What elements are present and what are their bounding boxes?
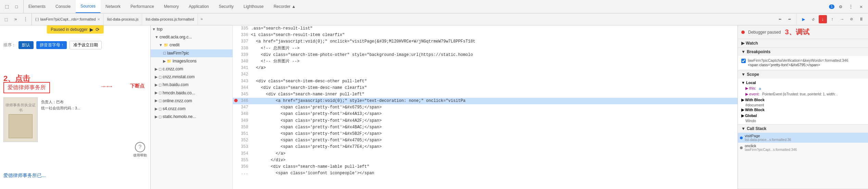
breakpoint-checkbox-1[interactable] <box>741 59 746 63</box>
sort-date-btn[interactable]: 准予设立日期 <box>70 41 102 49</box>
filesystem-icon[interactable]: » <box>12 15 20 23</box>
code-line-336[interactable]: 336<i class="search-result-item clearfix… <box>233 32 738 38</box>
code-line-344[interactable]: 344 <div class="search-item-desc-name cl… <box>233 85 738 91</box>
more-icon[interactable]: ⋮ <box>21 15 29 23</box>
file-tab-current[interactable]: { } lawFirm?picCapt...rds=:formatted ✕ <box>32 13 104 25</box>
tab-console[interactable]: Console <box>51 0 76 13</box>
tree-item-images[interactable]: ▶ 📁 images/icons <box>151 57 232 65</box>
code-line-349[interactable]: 349 <span class='pretty-font'>&#x4A2F;</… <box>233 118 738 124</box>
close-devtools-icon[interactable]: ✕ <box>857 2 865 11</box>
notification-badge: 1 <box>829 4 834 9</box>
tree-item-top[interactable]: ▼ top <box>151 25 232 33</box>
tab-lighthouse[interactable]: Lighthouse <box>239 0 269 13</box>
file-tab-3[interactable]: list-data-process.js:formatted <box>142 13 198 25</box>
lawyer-firm-link[interactable]: 爱德律师事务所 <box>3 82 50 93</box>
code-line-354[interactable]: 354 </a> <box>233 151 738 157</box>
tree-item-hmcdn-baidu[interactable]: ▶ ◻ hmcdn.baidu.co... <box>151 89 232 97</box>
code-line-348[interactable]: 348 <span class='pretty-font'>&#x4A13;</… <box>233 111 738 117</box>
tab-security[interactable]: Security <box>214 0 239 13</box>
callstack-header[interactable]: ▼ Call Stack <box>738 125 868 133</box>
code-line-342[interactable]: 342 <box>233 71 738 78</box>
tab-memory[interactable]: Memory <box>159 0 184 13</box>
code-line-340[interactable]: 340 <!-- 分所图片 --> <box>233 58 738 65</box>
callstack-item-2[interactable]: onclick lawFirm?picCapt...s:formatted:34… <box>738 143 868 153</box>
tree-item-cnzz-mmstat[interactable]: ▶ ◻ cnzz.mmstat.com <box>151 73 232 81</box>
breakpoint-item-1: lawFirm?picCaptchaVerification=&keyWords… <box>741 57 865 69</box>
code-line-346[interactable]: 346 <a href="javascript:void(0);" style=… <box>233 98 738 104</box>
tree-item-credit-acla[interactable]: ▼ credit.acla.org.c... <box>151 33 232 41</box>
watch-header[interactable]: ▶ Watch <box>738 39 868 47</box>
deactivate-breakpoints-icon[interactable]: ⊘ <box>847 15 856 23</box>
scope-arrow-icon: ▼ <box>741 72 745 77</box>
code-line-345[interactable]: 345 <div class="search-name-inner pull-l… <box>233 91 738 98</box>
source-code-area[interactable]: 335.ass="search-result-list"336<i class=… <box>233 25 738 189</box>
code-line-350[interactable]: 350 <span class='pretty-font'>&#x4BAC;</… <box>233 124 738 131</box>
code-line-351[interactable]: 351 <span class='pretty-font'>&#x5B2F;</… <box>233 131 738 137</box>
callstack-label: Call Stack <box>747 126 766 131</box>
scope-header[interactable]: ▼ Scope <box>738 70 868 79</box>
breakpoints-label: Breakpoints <box>747 49 770 54</box>
tab-recorder[interactable]: Recorder ▲ <box>269 0 301 13</box>
tab-application[interactable]: Application <box>184 0 214 13</box>
code-line-337[interactable]: 337 <a href="javascript:void(0);" onclic… <box>233 38 738 45</box>
device-icon[interactable]: ☐ <box>12 2 21 11</box>
breakpoints-arrow-icon: ▼ <box>741 49 745 54</box>
code-line-347[interactable]: 347 <span class='pretty-font'>&#x6795;</… <box>233 104 738 111</box>
help-text: 使用帮助 <box>133 153 147 158</box>
line-content: <span class='pretty-font'>&#x4A13;</span… <box>251 111 736 117</box>
tree-item-online-cnzz[interactable]: ▶ ◻ online.cnzz.com <box>151 97 232 105</box>
line-content: </a> <box>251 151 736 157</box>
tree-item-c-cnzz[interactable]: ▶ ◻ c.cnzz.com <box>151 65 232 73</box>
code-line-341[interactable]: 341 </a> <box>233 65 738 71</box>
tree-item-static-homolo[interactable]: ▶ ◻ static.homolo.ne... <box>151 113 232 121</box>
code-line-352[interactable]: 352 <span class='pretty-font'>&#x4705;</… <box>233 137 738 144</box>
code-line-353[interactable]: 353 <span class='pretty-font'>&#x77E4;</… <box>233 144 738 150</box>
tab-performance[interactable]: Performance <box>126 0 159 13</box>
page-icon[interactable]: ⬚ <box>2 15 10 23</box>
tree-images-label: images/icons <box>173 58 197 64</box>
code-line-355[interactable]: 355 </div> <box>233 157 738 164</box>
inspect-icon[interactable]: ⬚ <box>3 2 11 11</box>
help-icon[interactable]: ? <box>135 142 145 152</box>
callstack-item-1[interactable]: visitPage list-data-proce...s:formatted:… <box>738 133 868 143</box>
pause-on-exceptions-icon[interactable]: ⏸ <box>857 15 865 23</box>
code-line-339[interactable]: 339 <div class="search-item-photo-other"… <box>233 52 738 58</box>
tree-item-hm-baidu[interactable]: ▶ ◻ hm.baidu.com <box>151 81 232 89</box>
sort-default-btn[interactable]: 默认 <box>18 41 34 49</box>
line-number: 356 <box>239 164 251 170</box>
step-into-icon[interactable]: ↓ <box>819 15 827 23</box>
breakpoints-header[interactable]: ▼ Breakpoints <box>738 48 868 56</box>
file-tab-2[interactable]: list-data-process.js <box>104 13 142 25</box>
tree-domain-icon-5: ▶ ◻ <box>155 82 162 88</box>
navigate-forward-icon[interactable]: ➡ <box>785 15 794 23</box>
tree-item-lawfirm[interactable]: ◻ lawFirm?pic <box>151 49 232 57</box>
settings-icon[interactable]: ⚙ <box>836 2 845 11</box>
resume-icon[interactable]: ▶ <box>800 15 808 23</box>
tab-sources[interactable]: Sources <box>76 0 101 13</box>
line-content: <div class="search-item-desc-other pull-… <box>251 78 736 85</box>
tree-item-credit[interactable]: ▼ 📁 credit <box>151 41 232 49</box>
tab-elements[interactable]: Elements <box>24 0 51 13</box>
line-number: 335 <box>239 25 251 32</box>
line-content: <span class='iconfont iconpeople'></span <box>251 170 736 177</box>
line-content: <span class='pretty-font'>&#x4A2F;</span… <box>251 118 736 124</box>
code-line-338[interactable]: 338 <!-- 总所图片 --> <box>233 45 738 52</box>
step-icon[interactable]: → <box>838 15 846 23</box>
step-out-icon[interactable]: ↑ <box>828 15 836 23</box>
code-line-356[interactable]: 356 <div class="search-name-lable pull-l… <box>233 164 738 170</box>
step-over-icon[interactable]: ↺ <box>809 15 817 23</box>
sort-pinyin-btn[interactable]: 拼音首字母 ↑ <box>36 41 67 49</box>
file-tabs-more[interactable]: » <box>198 13 206 25</box>
line-content: <i class="search-result-item clearfix" <box>251 32 736 38</box>
resume-play-icon[interactable]: ▶ <box>90 27 93 32</box>
callstack-fn-label-1: visitPage <box>745 134 791 138</box>
navigate-back-icon[interactable]: ⬅ <box>776 15 784 23</box>
code-line-...[interactable]: ... <span class='iconfont iconpeople'></… <box>233 170 738 177</box>
step-debug-icon[interactable]: ⟳ <box>96 27 100 32</box>
code-line-343[interactable]: 343 <div class="search-item-desc-other p… <box>233 78 738 85</box>
tab-network[interactable]: Network <box>101 0 126 13</box>
code-line-335[interactable]: 335.ass="search-result-list" <box>233 25 738 32</box>
tree-item-s4-cnzz[interactable]: ▶ ◻ s4.cnzz.com <box>151 105 232 113</box>
close-file-tab-1[interactable]: ✕ <box>97 17 100 21</box>
more-options-icon[interactable]: ⋮ <box>847 2 855 11</box>
